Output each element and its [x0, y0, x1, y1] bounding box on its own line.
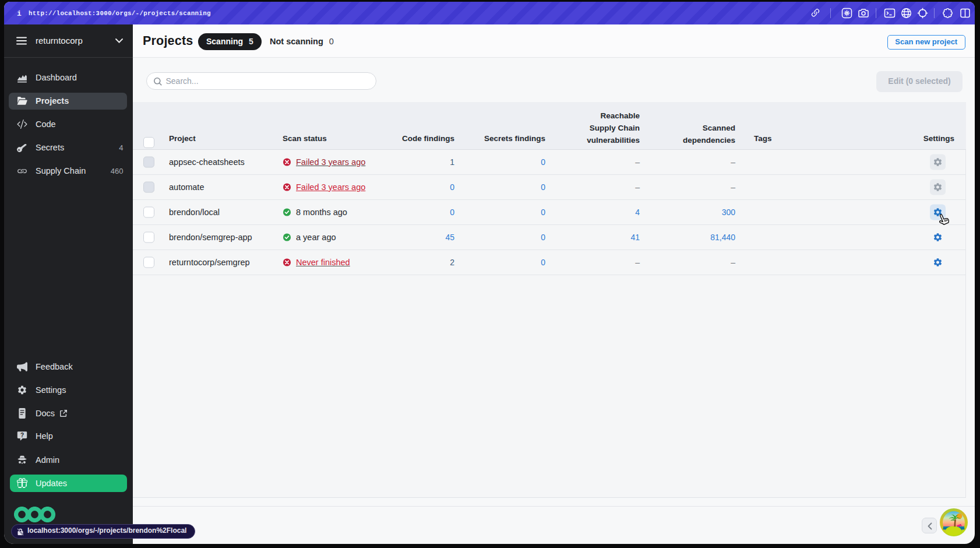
svg-text:?: ? [20, 432, 24, 438]
